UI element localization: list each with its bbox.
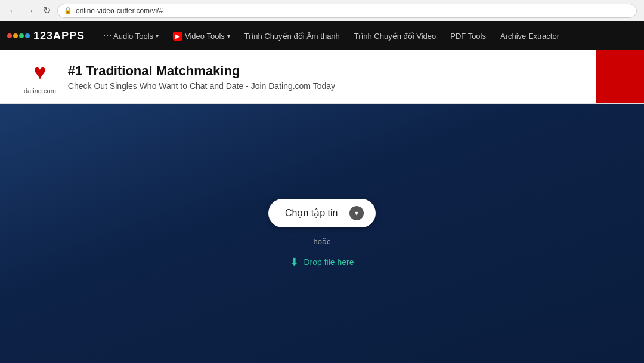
- ad-logo-area: ♥ dating.com: [24, 60, 56, 94]
- dropdown-arrow-icon: ▾: [349, 206, 364, 220]
- drop-file-area[interactable]: ⬇ Drop file here: [290, 256, 354, 269]
- nav-audio-label: Audio Tools: [113, 32, 153, 41]
- browser-chrome: ← → ↻ 🔒 online-video-cutter.com/vi/#: [0, 0, 644, 21]
- chevron-down-icon-2: ▾: [227, 33, 230, 39]
- nav-audio-tools[interactable]: 〰 Audio Tools ▾: [95, 21, 166, 50]
- nav-video-converter[interactable]: Trình Chuyển đổi Video: [347, 21, 443, 50]
- url-text: online-video-cutter.com/vi/#: [76, 7, 163, 15]
- ad-content: #1 Traditional Matchmaking Check Out Sin…: [68, 63, 620, 91]
- or-text: hoặc: [314, 237, 331, 246]
- main-area: Chọn tập tin ▾ hoặc ⬇ Drop file here: [0, 104, 644, 363]
- dot-yellow: [13, 33, 18, 38]
- refresh-button[interactable]: ↻: [41, 5, 52, 17]
- wave-icon: 〰: [103, 31, 111, 41]
- youtube-icon: ▶: [173, 32, 182, 41]
- ad-banner: ♥ dating.com #1 Traditional Matchmaking …: [0, 50, 644, 104]
- nav-archive-label: Archive Extractor: [500, 32, 559, 41]
- nav-video-tools[interactable]: ▶ Video Tools ▾: [166, 21, 237, 50]
- nav-archive-extractor[interactable]: Archive Extractor: [493, 21, 566, 50]
- dot-red: [7, 33, 12, 38]
- chevron-down-icon: ▾: [156, 33, 159, 39]
- nav-audio-converter-label: Trình Chuyển đổi Âm thanh: [244, 32, 340, 41]
- nav-video-converter-label: Trình Chuyển đổi Video: [354, 32, 436, 41]
- forward-button[interactable]: →: [24, 5, 36, 17]
- logo[interactable]: 123APPS: [7, 30, 85, 42]
- dot-green: [19, 33, 24, 38]
- dot-blue: [25, 33, 30, 38]
- nav-video-label: Video Tools: [185, 32, 225, 41]
- choose-file-label: Chọn tập tin: [285, 207, 338, 219]
- nav-pdf-label: PDF Tools: [450, 32, 486, 41]
- nav-audio-converter[interactable]: Trình Chuyển đổi Âm thanh: [237, 21, 347, 50]
- ad-subtitle: Check Out Singles Who Want to Chat and D…: [68, 81, 620, 91]
- choose-file-button[interactable]: Chọn tập tin ▾: [268, 199, 376, 227]
- ad-title: #1 Traditional Matchmaking: [68, 63, 620, 79]
- address-bar[interactable]: 🔒 online-video-cutter.com/vi/#: [57, 4, 637, 18]
- logo-text: 123APPS: [33, 30, 85, 42]
- ad-site-name: dating.com: [24, 87, 56, 94]
- heart-icon: ♥: [33, 60, 46, 85]
- logo-dots: [7, 33, 30, 38]
- nav-pdf-tools[interactable]: PDF Tools: [443, 21, 493, 50]
- back-button[interactable]: ←: [7, 5, 19, 17]
- ad-cta-button[interactable]: [596, 50, 644, 103]
- download-icon: ⬇: [290, 256, 299, 269]
- drop-file-label: Drop file here: [304, 257, 354, 267]
- top-nav: 123APPS 〰 Audio Tools ▾ ▶ Video Tools ▾ …: [0, 21, 644, 50]
- lock-icon: 🔒: [64, 7, 72, 14]
